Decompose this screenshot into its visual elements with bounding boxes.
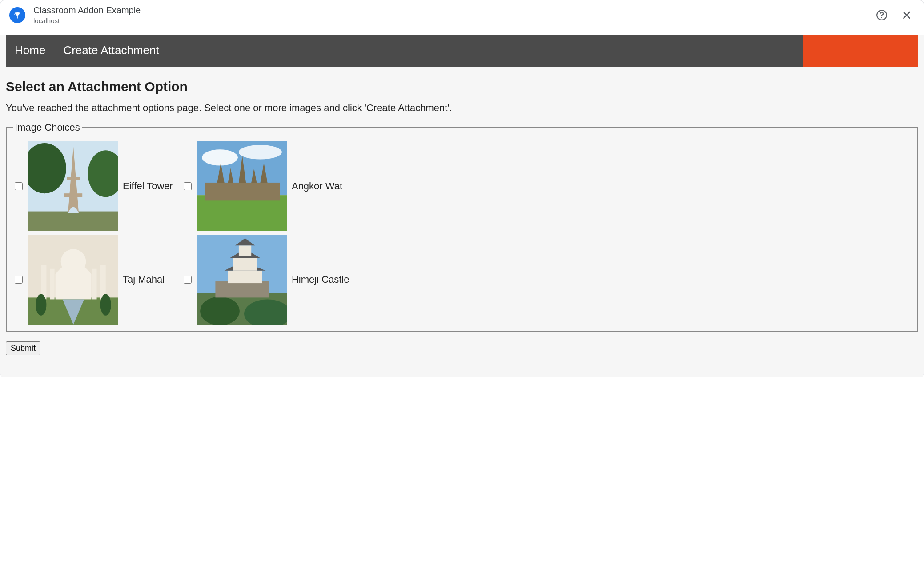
submit-button[interactable]: Submit [6, 341, 40, 355]
close-icon[interactable] [898, 6, 916, 24]
checkbox-himeji-castle[interactable] [184, 276, 192, 284]
thumb-taj-mahal [28, 235, 118, 325]
svg-point-23 [61, 249, 86, 274]
label-himeji-castle: Himeji Castle [292, 274, 350, 285]
checkbox-taj-mahal[interactable] [15, 276, 23, 284]
choices-grid: Eiffel Tower [13, 141, 911, 325]
thumb-eiffel-tower [28, 141, 118, 231]
svg-rect-26 [50, 269, 54, 300]
svg-point-29 [36, 294, 46, 315]
addon-window: Classroom Addon Example localhost Home C… [0, 0, 924, 377]
svg-rect-35 [215, 281, 269, 297]
nav-home-label: Home [15, 44, 45, 57]
checkbox-eiffel-tower[interactable] [15, 182, 23, 190]
svg-point-0 [16, 13, 18, 15]
svg-rect-38 [233, 258, 257, 270]
svg-point-11 [202, 149, 238, 165]
svg-rect-27 [92, 269, 96, 300]
svg-point-2 [881, 17, 882, 18]
header: Classroom Addon Example localhost [0, 0, 924, 30]
nav-create-label: Create Attachment [63, 44, 159, 57]
label-angkor-wat: Angkor Wat [292, 180, 342, 192]
separator [6, 366, 918, 366]
header-titles: Classroom Addon Example localhost [33, 5, 141, 25]
fieldset-legend: Image Choices [13, 122, 82, 133]
page-lead: You've reached the attachment options pa… [6, 102, 918, 114]
svg-point-33 [200, 297, 240, 325]
image-choices-fieldset: Image Choices [6, 122, 918, 332]
svg-rect-8 [64, 193, 82, 197]
label-eiffel-tower: Eiffel Tower [123, 180, 173, 192]
help-icon[interactable] [873, 6, 891, 24]
nav-bar: Home Create Attachment [6, 35, 918, 67]
app-icon [9, 7, 25, 23]
svg-rect-14 [205, 183, 280, 200]
thumb-angkor-wat [197, 141, 287, 231]
page-heading: Select an Attachment Option [6, 79, 918, 94]
choice-angkor-wat[interactable]: Angkor Wat [182, 141, 350, 231]
choice-eiffel-tower[interactable]: Eiffel Tower [13, 141, 173, 231]
choice-himeji-castle[interactable]: Himeji Castle [182, 235, 350, 325]
app-subtitle: localhost [33, 17, 141, 25]
nav-home[interactable]: Home [6, 35, 54, 67]
nav-create-attachment[interactable]: Create Attachment [54, 35, 168, 67]
submit-row: Submit [6, 341, 918, 355]
nav-accent [803, 35, 918, 67]
svg-rect-22 [56, 274, 92, 300]
app-title: Classroom Addon Example [33, 5, 141, 16]
svg-rect-4 [28, 211, 118, 231]
content: Home Create Attachment Select an Attachm… [0, 35, 924, 377]
choice-taj-mahal[interactable]: Taj Mahal [13, 235, 173, 325]
thumb-himeji-castle [197, 235, 287, 325]
label-taj-mahal: Taj Mahal [123, 274, 165, 285]
checkbox-angkor-wat[interactable] [184, 182, 192, 190]
svg-point-12 [239, 145, 282, 159]
svg-point-30 [100, 294, 111, 315]
svg-rect-36 [228, 271, 262, 283]
svg-rect-9 [67, 177, 80, 180]
svg-rect-40 [239, 245, 251, 256]
